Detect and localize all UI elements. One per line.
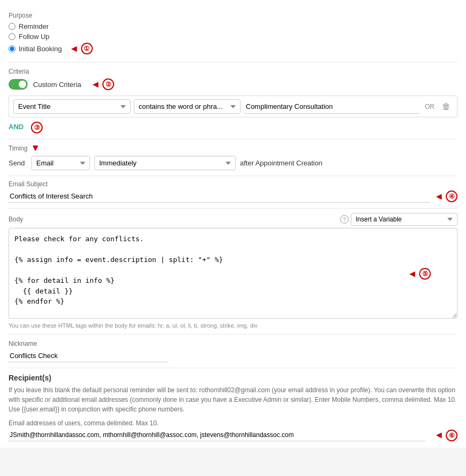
or-label: OR	[425, 103, 435, 110]
insert-variable-select[interactable]: Insert a Variable	[351, 213, 457, 226]
timing-type-select[interactable]: Email	[31, 156, 90, 170]
followup-label: Follow Up	[19, 33, 50, 41]
arrow-icon-4: ◄	[434, 191, 444, 202]
email-subject-input[interactable]	[9, 190, 430, 203]
circle-1: ①	[81, 43, 93, 54]
initialbooking-label: Initial Booking	[19, 45, 62, 53]
insert-variable-container: ? Insert a Variable	[340, 213, 457, 226]
arrow-icon-1: ◄	[69, 43, 79, 54]
email-addresses-input[interactable]	[9, 429, 425, 441]
down-arrow-icon: ▼	[31, 142, 41, 154]
send-label: Send	[9, 159, 27, 167]
email-subject-label: Email Subject	[9, 180, 457, 188]
purpose-label: Purpose	[9, 12, 457, 19]
nickname-input[interactable]	[9, 350, 168, 362]
recipients-section: Recipient(s) If you leave this blank the…	[9, 374, 457, 441]
help-icon[interactable]: ?	[340, 215, 349, 224]
annotation-5: ◄ ⑤	[407, 268, 431, 280]
reminder-label: Reminder	[19, 22, 49, 30]
annotation-3: ③	[31, 122, 43, 133]
annotation-6: ◄ ⑥	[434, 430, 457, 441]
timing-label: Timing	[9, 145, 28, 152]
timing-header: Timing ▼	[9, 142, 457, 154]
annotation-2: ◄ ②	[91, 78, 114, 90]
timing-row: Send Email Immediately after Appointment…	[9, 156, 457, 170]
initialbooking-radio[interactable]	[9, 45, 15, 52]
circle-5: ⑤	[419, 268, 431, 280]
nickname-label: Nickname	[9, 340, 457, 347]
purpose-option-initialbooking[interactable]: Initial Booking ◄ ①	[9, 43, 457, 54]
circle-4: ④	[446, 191, 457, 202]
reminder-radio[interactable]	[9, 23, 15, 30]
arrow-icon-6: ◄	[434, 430, 444, 441]
custom-criteria-label: Custom Criteria	[33, 81, 81, 89]
arrow-icon-2: ◄	[91, 79, 100, 90]
criteria-operator-select[interactable]: contains the word or phra...	[134, 99, 240, 114]
and-label: AND	[9, 123, 23, 131]
criteria-label: Criteria	[9, 68, 457, 75]
followup-radio[interactable]	[9, 33, 15, 40]
recipients-title: Recipient(s)	[9, 374, 457, 382]
email-addresses-row: ◄ ⑥	[9, 429, 457, 441]
circle-6: ⑥	[446, 430, 457, 441]
criteria-row: Event Title contains the word or phra...…	[9, 96, 457, 117]
arrow-icon-5: ◄	[407, 268, 417, 280]
email-subject-row: ◄ ④	[9, 190, 457, 203]
delete-criteria-button[interactable]: 🗑	[440, 101, 453, 113]
circle-3: ③	[31, 122, 43, 133]
criteria-value-input[interactable]	[244, 100, 420, 114]
body-textarea-container: Please check for any conflicts. {% assig…	[9, 228, 457, 320]
body-label: Body	[9, 216, 23, 223]
annotation-4: ◄ ④	[434, 191, 457, 202]
purpose-option-reminder[interactable]: Reminder	[9, 22, 457, 30]
body-hint: You can use these HTML tags within the b…	[9, 322, 457, 329]
after-text: after Appointment Creation	[240, 159, 323, 167]
timing-when-select[interactable]: Immediately	[94, 156, 236, 170]
recipients-hint: If you leave this blank the default pers…	[9, 385, 457, 414]
and-section: AND ③	[9, 122, 457, 133]
email-addresses-label: Email addresses of users, comma delimite…	[9, 419, 457, 427]
criteria-header: Custom Criteria ◄ ②	[9, 78, 457, 90]
annotation-1: ◄ ①	[69, 43, 93, 54]
toggle-slider	[9, 79, 28, 90]
purpose-radio-group: Reminder Follow Up Initial Booking ◄ ①	[9, 22, 457, 54]
body-textarea[interactable]: Please check for any conflicts. {% assig…	[9, 228, 457, 319]
body-header: Body ? Insert a Variable	[9, 213, 457, 226]
custom-criteria-toggle[interactable]	[9, 79, 28, 90]
circle-2: ②	[102, 78, 114, 90]
purpose-option-followup[interactable]: Follow Up	[9, 33, 457, 41]
criteria-field-select[interactable]: Event Title	[13, 99, 131, 114]
